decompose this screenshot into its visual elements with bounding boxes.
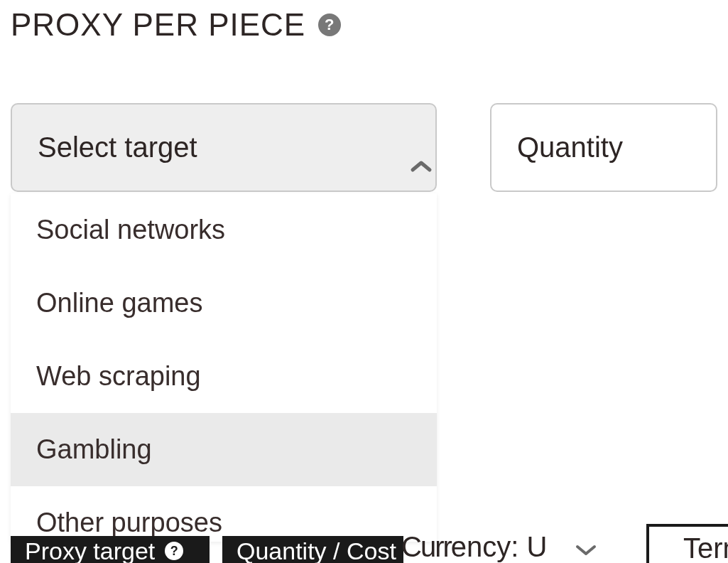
help-icon-small[interactable]: ? (165, 542, 183, 560)
dropdown-item[interactable]: Gambling (11, 413, 437, 486)
dropdown-item[interactable]: Other purposes (11, 486, 437, 542)
select-target-label: Select target (38, 132, 197, 163)
bottom-quantity-cost-label: Quantity / Cost (237, 537, 396, 564)
select-target-dropdown[interactable]: Social networksOnline gamesWeb scrapingG… (11, 193, 437, 542)
page-title-text: PROXY PER PIECE (11, 7, 305, 43)
quantity-input[interactable] (490, 103, 717, 192)
quantity-wrapper (490, 103, 717, 192)
currency-selector[interactable]: Currency: U (401, 531, 597, 563)
dropdown-item[interactable]: Web scraping (11, 340, 437, 413)
form-row: Select target Social networksOnline game… (11, 103, 717, 192)
chevron-down-icon (575, 531, 597, 563)
bottom-proxy-target: Proxy target ? (11, 536, 210, 563)
bottom-proxy-target-label: Proxy target (25, 537, 155, 564)
term-label: Term (683, 532, 728, 563)
term-box[interactable]: Term (646, 524, 728, 563)
select-target-button[interactable]: Select target (11, 103, 437, 192)
bottom-bar: Proxy target ? Quantity / Cost (11, 535, 728, 563)
select-target-wrapper: Select target Social networksOnline game… (11, 103, 437, 192)
page-title: PROXY PER PIECE ? (11, 7, 717, 43)
bottom-quantity-cost: Quantity / Cost (222, 536, 403, 563)
dropdown-item[interactable]: Social networks (11, 193, 437, 267)
currency-label-text: Currency: U (401, 531, 547, 563)
help-icon[interactable]: ? (318, 14, 341, 36)
dropdown-item[interactable]: Online games (11, 267, 437, 340)
